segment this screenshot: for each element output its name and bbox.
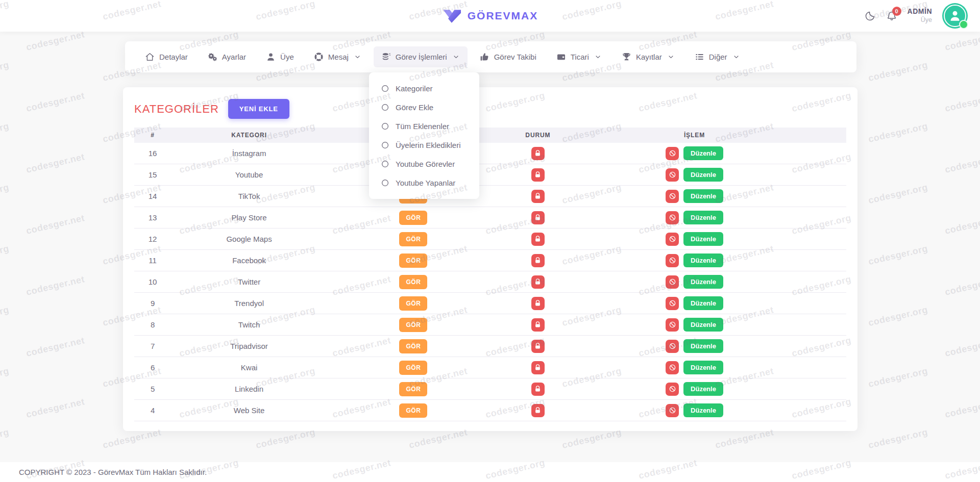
watermark-text: codesger.net <box>25 29 86 53</box>
disable-button[interactable] <box>666 275 679 289</box>
edit-button[interactable]: Düzenle <box>683 339 723 353</box>
nav-item-label: Mesaj <box>328 53 349 61</box>
edit-button[interactable]: Düzenle <box>683 232 723 246</box>
disable-button[interactable] <box>666 297 679 310</box>
edit-button[interactable]: Düzenle <box>683 275 723 289</box>
status-lock-badge[interactable] <box>531 275 545 289</box>
table-row: 16İnstagramGÖRDüzenle <box>134 143 846 164</box>
status-lock-badge[interactable] <box>531 404 545 417</box>
status-lock-badge[interactable] <box>531 361 545 374</box>
view-button[interactable]: GÖR <box>399 361 427 375</box>
nav-item-kayitlar[interactable]: Kayıtlar <box>614 46 682 67</box>
nav-item-label: Ticari <box>571 53 589 61</box>
category-name: TikTok <box>171 186 327 207</box>
edit-button[interactable]: Düzenle <box>683 361 723 374</box>
notifications-bell-icon[interactable]: 0 <box>886 10 897 21</box>
watermark-text: codesger.org <box>0 182 10 206</box>
nav-item-diger[interactable]: Diğer <box>687 46 748 67</box>
disable-button[interactable] <box>666 361 679 374</box>
disable-button[interactable] <box>666 404 679 417</box>
edit-button[interactable]: Düzenle <box>683 146 723 160</box>
edit-button[interactable]: Düzenle <box>683 253 723 267</box>
edit-button[interactable]: Düzenle <box>683 403 723 417</box>
watermark-text: codesger.net <box>25 213 86 237</box>
edit-button[interactable]: Düzenle <box>683 211 723 224</box>
chevron-down-icon <box>452 53 460 61</box>
col-header-action: İŞLEM <box>576 128 846 143</box>
category-name: Tripadvisor <box>171 336 327 357</box>
ban-icon <box>669 342 676 350</box>
dropdown-item-uyelerin-ekledikleri[interactable]: Üyelerin Ekledikleri <box>369 136 479 155</box>
dropdown-item-tum-eklenenler[interactable]: Tüm Eklenenler <box>369 117 479 136</box>
nav-item-gorev-takibi[interactable]: Görev Takibi <box>472 46 544 67</box>
watermark-text: codesger.net <box>944 151 980 175</box>
dropdown-item-youtube-yapanlar[interactable]: Youtube Yapanlar <box>369 173 479 192</box>
view-button[interactable]: GÖR <box>399 232 427 246</box>
disable-button[interactable] <box>666 147 679 160</box>
view-button[interactable]: GÖR <box>399 318 427 332</box>
view-button[interactable]: GÖR <box>399 275 427 289</box>
dropdown-item-youtube-gorevler[interactable]: Youtube Görevler <box>369 155 479 173</box>
dark-mode-moon-icon[interactable] <box>865 10 876 21</box>
disable-button[interactable] <box>666 233 679 246</box>
lock-icon <box>534 342 542 350</box>
nav-item-ticari[interactable]: Ticari <box>549 46 609 67</box>
status-lock-badge[interactable] <box>531 254 545 267</box>
disable-button[interactable] <box>666 318 679 332</box>
status-lock-badge[interactable] <box>531 190 545 203</box>
dropdown-item-label: Tüm Eklenenler <box>396 122 449 131</box>
disable-button[interactable] <box>666 383 679 396</box>
add-new-button[interactable]: YENİ EKLE <box>228 99 289 119</box>
status-lock-badge[interactable] <box>531 211 545 224</box>
disable-button[interactable] <box>666 254 679 267</box>
user-info: ADMİN Üye <box>908 7 932 24</box>
status-lock-badge[interactable] <box>531 147 545 160</box>
watermark-text: codesger.net <box>25 151 86 175</box>
chevron-down-icon <box>667 53 675 61</box>
table-row: 14TikTokGÖRDüzenle <box>134 186 846 207</box>
nav-item-ayarlar[interactable]: Ayarlar <box>200 46 254 67</box>
edit-button[interactable]: Düzenle <box>683 296 723 310</box>
edit-button[interactable]: Düzenle <box>683 318 723 332</box>
view-button[interactable]: GÖR <box>399 296 427 311</box>
status-lock-badge[interactable] <box>531 340 545 353</box>
dropdown-item-kategoriler[interactable]: Kategoriler <box>369 79 479 98</box>
lock-icon <box>534 278 542 286</box>
nav-item-mesaj[interactable]: Mesaj <box>306 46 369 67</box>
status-lock-badge[interactable] <box>531 318 545 332</box>
disable-button[interactable] <box>666 340 679 353</box>
view-button[interactable]: GÖR <box>399 253 427 268</box>
view-button[interactable]: GÖR <box>399 403 427 418</box>
status-lock-badge[interactable] <box>531 233 545 246</box>
watermark-text: codesger.org <box>0 427 10 451</box>
brand[interactable]: GÖREVMAX <box>442 0 538 32</box>
status-lock-badge[interactable] <box>531 168 545 182</box>
ban-icon <box>669 407 676 414</box>
status-lock-badge[interactable] <box>531 383 545 396</box>
avatar[interactable] <box>942 3 968 29</box>
nav-item-detaylar[interactable]: Detaylar <box>137 46 195 67</box>
home-icon <box>145 52 155 62</box>
lock-icon <box>534 235 542 243</box>
user-name: ADMİN <box>908 7 932 16</box>
disable-button[interactable] <box>666 211 679 224</box>
view-button[interactable]: GÖR <box>399 211 427 225</box>
ban-icon <box>669 364 676 371</box>
status-lock-badge[interactable] <box>531 297 545 310</box>
nav-item-uye[interactable]: Üye <box>258 46 302 67</box>
edit-button[interactable]: Düzenle <box>683 168 723 182</box>
disable-button[interactable] <box>666 168 679 182</box>
dropdown-item-gorev-ekle[interactable]: Görev Ekle <box>369 98 479 117</box>
ban-icon <box>669 321 676 328</box>
watermark-text: codesger.org <box>867 60 929 84</box>
view-button[interactable]: GÖR <box>399 382 427 396</box>
edit-button[interactable]: Düzenle <box>683 189 723 203</box>
watermark-text: codesger.net <box>944 335 980 359</box>
nav-item-gorev-islemleri[interactable]: Görev İşlemleri <box>374 46 468 67</box>
watermark-text: codesger.net <box>944 396 980 420</box>
edit-button[interactable]: Düzenle <box>683 382 723 396</box>
watermark-text: codesger.net <box>944 90 980 114</box>
disable-button[interactable] <box>666 190 679 203</box>
dropdown-item-label: Görev Ekle <box>396 103 433 112</box>
view-button[interactable]: GÖR <box>399 339 427 353</box>
